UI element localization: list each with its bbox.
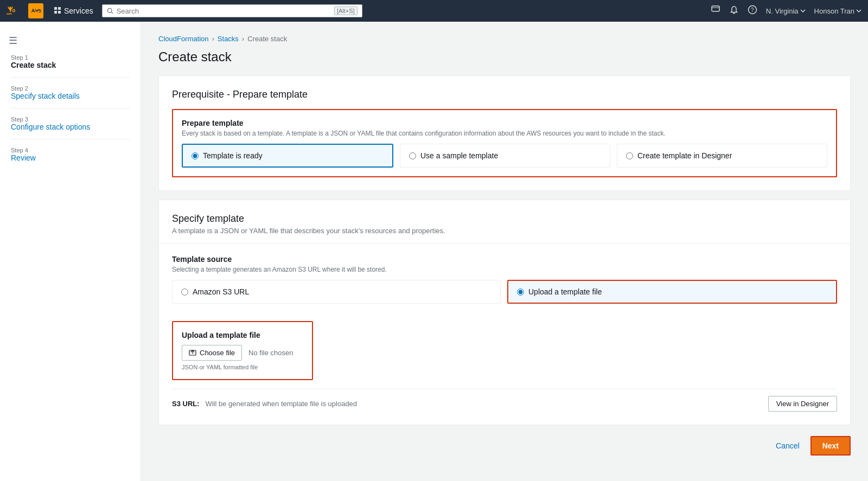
template-ready-label[interactable]: Template is ready xyxy=(203,151,263,160)
prepare-template-card: Prerequisite - Prepare template Prepare … xyxy=(158,75,851,191)
breadcrumb-current: Create stack xyxy=(247,35,287,43)
specify-template-card: Specify template A template is a JSON or… xyxy=(158,200,851,425)
upload-file-label[interactable]: Upload a template file xyxy=(528,287,602,296)
chevron-down-icon xyxy=(800,9,806,12)
bell-icon[interactable] xyxy=(729,5,739,17)
s3-url-option[interactable]: Amazon S3 URL xyxy=(172,280,501,304)
svg-point-5 xyxy=(107,8,112,12)
action-row: Cancel Next xyxy=(158,436,851,456)
step-divider-1 xyxy=(11,77,130,78)
next-button[interactable]: Next xyxy=(810,436,851,456)
user-menu[interactable]: Honson Tran xyxy=(814,7,861,15)
svg-text:aws: aws xyxy=(7,12,12,15)
upload-file-option[interactable]: Upload a template file xyxy=(507,280,837,304)
sidebar: ☰ Step 1 Create stack Step 2 Specify sta… xyxy=(0,22,141,481)
upload-section-box: Upload a template file Choose file No fi… xyxy=(172,321,313,380)
prepare-options-box: Prepare template Every stack is based on… xyxy=(172,109,837,177)
sample-template-option[interactable]: Use a sample template xyxy=(400,144,610,168)
aws-icon xyxy=(30,5,42,17)
designer-label[interactable]: Create template in Designer xyxy=(637,151,732,160)
sidebar-item-step4[interactable]: Step 4 Review xyxy=(0,144,141,165)
breadcrumb-cloudformation[interactable]: CloudFormation xyxy=(158,35,209,43)
svg-rect-4 xyxy=(58,11,61,14)
file-hint: JSON or YAML formatted file xyxy=(182,364,303,370)
svg-line-6 xyxy=(111,12,113,14)
upload-file-radio[interactable] xyxy=(517,288,524,296)
svg-rect-2 xyxy=(58,7,61,10)
s3-url-radio[interactable] xyxy=(181,288,188,296)
view-in-designer-button[interactable]: View in Designer xyxy=(768,396,837,412)
designer-option[interactable]: Create template in Designer xyxy=(617,144,827,168)
s3-url-text: S3 URL: Will be generated when template … xyxy=(172,400,357,408)
breadcrumb: CloudFormation › Stacks › Create stack xyxy=(158,35,851,43)
s3-url-row: S3 URL: Will be generated when template … xyxy=(172,389,837,412)
main-layout: ☰ Step 1 Create stack Step 2 Specify sta… xyxy=(0,22,868,481)
grid-icon xyxy=(54,7,62,15)
sidebar-toggle[interactable]: ☰ xyxy=(0,30,141,51)
designer-radio[interactable] xyxy=(626,152,633,159)
cancel-button[interactable]: Cancel xyxy=(769,438,806,453)
main-content: CloudFormation › Stacks › Create stack C… xyxy=(141,22,868,481)
template-ready-option[interactable]: Template is ready xyxy=(182,144,393,168)
aws-logo[interactable]: aws xyxy=(7,2,24,20)
upload-row: Choose file No file chosen xyxy=(182,345,303,361)
top-nav: aws Services [Alt+S] xyxy=(0,0,868,22)
s3-url-label[interactable]: Amazon S3 URL xyxy=(193,287,249,296)
page-title: Create stack xyxy=(158,49,851,65)
nav-right: ? N. Virginia Honson Tran xyxy=(711,5,861,17)
choose-file-button[interactable]: Choose file xyxy=(182,345,242,361)
sidebar-item-step2[interactable]: Step 2 Specify stack details xyxy=(0,82,141,104)
notifications-icon[interactable] xyxy=(711,5,720,17)
search-shortcut: [Alt+S] xyxy=(334,7,358,15)
no-file-text: No file chosen xyxy=(248,349,293,357)
svg-text:?: ? xyxy=(751,7,754,13)
search-input[interactable] xyxy=(117,7,331,15)
breadcrumb-stacks[interactable]: Stacks xyxy=(218,35,239,43)
template-source-row: Amazon S3 URL Upload a template file xyxy=(172,280,837,304)
region-selector[interactable]: N. Virginia xyxy=(766,7,806,15)
svg-rect-3 xyxy=(54,11,57,14)
section-divider xyxy=(159,243,850,244)
search-bar[interactable]: [Alt+S] xyxy=(102,4,362,17)
breadcrumb-sep2: › xyxy=(242,35,244,43)
prepare-radio-group: Template is ready Use a sample template … xyxy=(182,144,827,168)
sample-template-radio[interactable] xyxy=(409,152,416,159)
sidebar-item-step1[interactable]: Step 1 Create stack xyxy=(0,51,141,73)
upload-icon xyxy=(189,349,196,357)
template-ready-radio[interactable] xyxy=(192,152,199,159)
user-chevron-icon xyxy=(856,9,861,12)
search-icon xyxy=(107,7,113,15)
services-button[interactable]: Services xyxy=(50,4,98,17)
sidebar-item-step3[interactable]: Step 3 Configure stack options xyxy=(0,113,141,134)
svg-rect-7 xyxy=(712,6,719,11)
help-icon[interactable]: ? xyxy=(748,5,757,17)
breadcrumb-sep1: › xyxy=(212,35,214,43)
svg-rect-1 xyxy=(54,7,57,10)
step-divider-2 xyxy=(11,108,130,108)
sample-template-label[interactable]: Use a sample template xyxy=(420,151,498,160)
step-divider-3 xyxy=(11,139,130,139)
